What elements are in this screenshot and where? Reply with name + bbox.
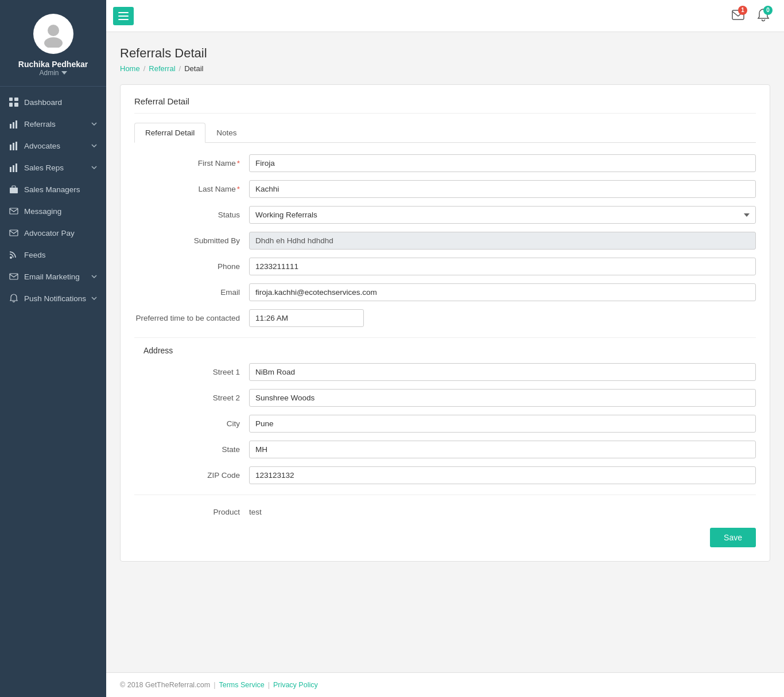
sidebar-item-sales-managers[interactable]: Sales Managers [0,178,106,200]
page-title: Referrals Detail [120,46,770,61]
mail-button[interactable]: 1 [729,6,747,26]
preferred-time-label: Preferred time to be contacted [134,309,249,322]
bell-button[interactable]: 0 [754,6,773,26]
state-label: State [134,441,249,454]
svg-rect-7 [13,122,14,129]
city-input[interactable] [249,415,756,433]
city-row: City [134,415,756,433]
sidebar-label-feeds: Feeds [24,251,46,259]
svg-rect-21 [118,15,129,17]
svg-rect-16 [10,208,18,214]
sidebar-label-email-marketing: Email Marketing [24,272,80,281]
zip-row: ZIP Code [134,466,756,484]
bar-chart3-icon [9,163,18,172]
svg-point-1 [44,37,63,48]
sidebar-label-push-notifications: Push Notifications [24,294,86,303]
profile-section: Ruchika Pedhekar Admin [0,0,106,87]
tabs: Referral Detail Notes [134,123,756,143]
content-area: Referrals Detail Home / Referral / Detai… [106,32,784,672]
svg-rect-9 [10,145,11,150]
bar-chart-icon [9,119,18,129]
state-input[interactable] [249,441,756,458]
street2-row: Street 2 [134,389,756,407]
main-content: 1 0 Referrals Detail Home / Referral / D… [106,0,784,697]
zip-input[interactable] [249,466,756,484]
city-label: City [134,415,249,428]
grid-icon [9,98,18,107]
email-input[interactable] [249,283,756,301]
preferred-time-input[interactable] [249,309,364,327]
save-button[interactable]: Save [710,528,756,547]
footer: © 2018 GetTheReferral.com | Terms Servic… [106,672,784,697]
svg-rect-8 [15,120,17,129]
product-value: test [249,503,262,516]
street1-label: Street 1 [134,363,249,376]
status-select[interactable]: Working Referrals New Closed Pending [249,206,756,224]
last-name-input[interactable] [249,180,756,198]
sidebar-item-messaging[interactable]: Messaging [0,200,106,222]
product-label: Product [134,503,249,516]
bell-icon [9,294,18,303]
street1-input[interactable] [249,363,756,381]
last-name-row: Last Name* [134,180,756,198]
breadcrumb: Home / Referral / Detail [120,64,770,73]
footer-terms[interactable]: Terms Service [219,681,264,689]
submitted-by-input [249,232,756,250]
svg-rect-15 [10,188,18,193]
svg-point-0 [48,25,59,36]
svg-rect-10 [13,143,14,150]
sidebar-item-referrals[interactable]: Referrals [0,113,106,135]
svg-rect-5 [14,103,18,107]
bar-chart2-icon [9,141,18,150]
form-actions: Save [134,528,756,547]
sidebar-item-feeds[interactable]: Feeds [0,244,106,266]
phone-row: Phone [134,258,756,275]
footer-privacy[interactable]: Privacy Policy [273,681,318,689]
sidebar-item-dashboard[interactable]: Dashboard [0,91,106,113]
first-name-input[interactable] [249,154,756,172]
tab-notes[interactable]: Notes [205,123,247,143]
phone-input[interactable] [249,258,756,275]
bell-badge: 0 [763,6,773,15]
svg-point-18 [10,256,12,259]
last-name-label: Last Name* [134,180,249,193]
svg-rect-20 [118,12,129,13]
email-icon [9,272,18,281]
submitted-by-row: Submitted By [134,232,756,250]
card-title: Referral Detail [134,96,756,114]
street2-label: Street 2 [134,389,249,402]
sidebar-item-sales-reps[interactable]: Sales Reps [0,157,106,178]
referral-form: First Name* Last Name* Status Working Re… [134,154,756,547]
first-name-row: First Name* [134,154,756,172]
breadcrumb-referral[interactable]: Referral [149,64,175,73]
svg-rect-11 [15,142,17,150]
first-name-label: First Name* [134,154,249,168]
product-divider [134,494,756,495]
hamburger-button[interactable] [113,7,134,25]
sidebar-item-push-notifications[interactable]: Push Notifications [0,287,106,309]
product-row: Product test [134,503,756,516]
svg-rect-22 [118,19,129,20]
feed-icon [9,250,18,259]
sidebar-label-sales-reps: Sales Reps [24,163,64,172]
sidebar-item-email-marketing[interactable]: Email Marketing [0,266,106,287]
sidebar-label-sales-managers: Sales Managers [24,185,80,194]
profile-role[interactable]: Admin [39,69,67,77]
email-row: Email [134,283,756,301]
sidebar-label-referrals: Referrals [24,120,56,129]
sidebar-item-advocates[interactable]: Advocates [0,135,106,157]
sidebar-label-advocates: Advocates [24,142,60,150]
sidebar-label-advocator-pay: Advocator Pay [24,229,75,237]
breadcrumb-home[interactable]: Home [120,64,140,73]
status-label: Status [134,206,249,219]
header: 1 0 [106,0,784,32]
address-heading: Address [134,346,756,355]
avatar [33,14,73,54]
preferred-time-row: Preferred time to be contacted [134,309,756,327]
svg-rect-6 [10,124,11,129]
profile-name: Ruchika Pedhekar [18,60,88,69]
svg-rect-19 [10,274,18,279]
sidebar-item-advocator-pay[interactable]: Advocator Pay [0,222,106,244]
tab-referral-detail[interactable]: Referral Detail [134,123,205,143]
street2-input[interactable] [249,389,756,407]
